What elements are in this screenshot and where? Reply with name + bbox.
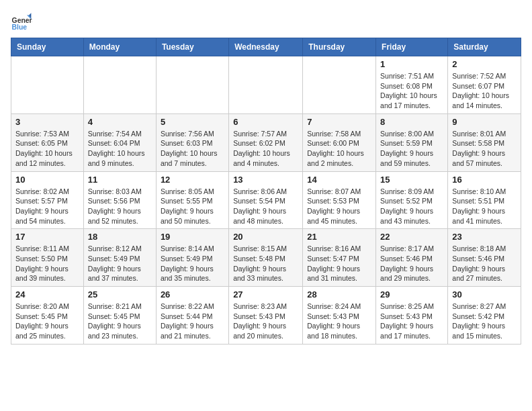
calendar-cell: 18Sunrise: 8:12 AMSunset: 5:49 PMDayligh… <box>83 229 156 287</box>
day-info: Sunrise: 8:14 AMSunset: 5:49 PMDaylight:… <box>161 244 224 283</box>
day-number: 19 <box>161 232 224 242</box>
day-info: Sunrise: 7:58 AMSunset: 6:00 PMDaylight:… <box>307 129 371 169</box>
calendar-cell: 20Sunrise: 8:15 AMSunset: 5:48 PMDayligh… <box>229 229 303 287</box>
svg-text:Blue: Blue <box>12 24 28 31</box>
day-info: Sunrise: 8:27 AMSunset: 5:42 PMDaylight:… <box>452 302 517 341</box>
calendar-cell <box>11 56 84 114</box>
calendar-week-row: 17Sunrise: 8:11 AMSunset: 5:50 PMDayligh… <box>11 229 521 287</box>
calendar-cell: 21Sunrise: 8:16 AMSunset: 5:47 PMDayligh… <box>303 229 376 287</box>
day-number: 15 <box>380 175 443 185</box>
calendar-cell: 5Sunrise: 7:56 AMSunset: 6:03 PMDaylight… <box>156 113 228 171</box>
calendar-cell: 19Sunrise: 8:14 AMSunset: 5:49 PMDayligh… <box>156 229 228 287</box>
day-number: 2 <box>452 59 517 69</box>
calendar-cell: 16Sunrise: 8:10 AMSunset: 5:51 PMDayligh… <box>448 171 521 229</box>
day-number: 5 <box>161 117 224 127</box>
calendar-week-row: 10Sunrise: 8:02 AMSunset: 5:57 PMDayligh… <box>11 171 521 229</box>
day-info: Sunrise: 8:11 AMSunset: 5:50 PMDaylight:… <box>15 244 79 283</box>
day-number: 12 <box>161 175 224 185</box>
calendar-cell: 15Sunrise: 8:09 AMSunset: 5:52 PMDayligh… <box>376 171 448 229</box>
day-number: 18 <box>88 232 152 242</box>
day-number: 30 <box>452 289 517 300</box>
calendar-cell: 7Sunrise: 7:58 AMSunset: 6:00 PMDaylight… <box>303 113 376 171</box>
calendar-cell: 25Sunrise: 8:21 AMSunset: 5:45 PMDayligh… <box>83 287 156 345</box>
calendar-cell: 10Sunrise: 8:02 AMSunset: 5:57 PMDayligh… <box>11 171 84 229</box>
calendar-header: SundayMondayTuesdayWednesdayThursdayFrid… <box>11 38 521 56</box>
day-info: Sunrise: 8:23 AMSunset: 5:43 PMDaylight:… <box>233 302 298 341</box>
day-info: Sunrise: 8:05 AMSunset: 5:55 PMDaylight:… <box>161 187 224 226</box>
calendar-cell: 3Sunrise: 7:53 AMSunset: 6:05 PMDaylight… <box>11 113 84 171</box>
calendar-week-row: 24Sunrise: 8:20 AMSunset: 5:45 PMDayligh… <box>11 287 521 345</box>
day-number: 22 <box>380 232 443 242</box>
calendar-week-row: 3Sunrise: 7:53 AMSunset: 6:05 PMDaylight… <box>11 113 521 171</box>
day-info: Sunrise: 8:18 AMSunset: 5:46 PMDaylight:… <box>452 244 517 283</box>
calendar-cell: 24Sunrise: 8:20 AMSunset: 5:45 PMDayligh… <box>11 287 84 345</box>
day-number: 26 <box>161 289 224 300</box>
day-number: 8 <box>380 117 443 127</box>
day-info: Sunrise: 8:10 AMSunset: 5:51 PMDaylight:… <box>452 187 517 226</box>
svg-text:General: General <box>12 17 32 24</box>
calendar-cell: 14Sunrise: 8:07 AMSunset: 5:53 PMDayligh… <box>303 171 376 229</box>
day-number: 6 <box>233 117 298 127</box>
weekday-header: Tuesday <box>156 38 228 56</box>
calendar-cell <box>229 56 303 114</box>
calendar-cell: 17Sunrise: 8:11 AMSunset: 5:50 PMDayligh… <box>11 229 84 287</box>
calendar-week-row: 1Sunrise: 7:51 AMSunset: 6:08 PMDaylight… <box>11 56 521 114</box>
day-number: 9 <box>452 117 517 127</box>
logo-icon: General Blue <box>11 11 32 32</box>
day-info: Sunrise: 7:57 AMSunset: 6:02 PMDaylight:… <box>233 129 298 169</box>
calendar-cell: 8Sunrise: 8:00 AMSunset: 5:59 PMDaylight… <box>376 113 448 171</box>
day-info: Sunrise: 7:51 AMSunset: 6:08 PMDaylight:… <box>380 71 443 111</box>
calendar-cell <box>303 56 376 114</box>
day-info: Sunrise: 8:22 AMSunset: 5:44 PMDaylight:… <box>161 302 224 341</box>
calendar-cell: 27Sunrise: 8:23 AMSunset: 5:43 PMDayligh… <box>229 287 303 345</box>
calendar-cell: 1Sunrise: 7:51 AMSunset: 6:08 PMDaylight… <box>376 56 448 114</box>
day-info: Sunrise: 7:53 AMSunset: 6:05 PMDaylight:… <box>15 129 79 169</box>
day-number: 16 <box>452 175 517 185</box>
weekday-header: Friday <box>376 38 448 56</box>
weekday-header: Sunday <box>11 38 84 56</box>
day-number: 1 <box>380 59 443 69</box>
day-info: Sunrise: 8:02 AMSunset: 5:57 PMDaylight:… <box>15 187 79 226</box>
day-info: Sunrise: 8:17 AMSunset: 5:46 PMDaylight:… <box>380 244 443 283</box>
weekday-row: SundayMondayTuesdayWednesdayThursdayFrid… <box>11 38 521 56</box>
weekday-header: Wednesday <box>229 38 303 56</box>
day-info: Sunrise: 8:20 AMSunset: 5:45 PMDaylight:… <box>15 302 79 341</box>
day-info: Sunrise: 8:24 AMSunset: 5:43 PMDaylight:… <box>307 302 371 341</box>
day-number: 4 <box>88 117 152 127</box>
day-number: 10 <box>15 175 79 185</box>
logo: General Blue <box>11 11 32 32</box>
day-info: Sunrise: 8:16 AMSunset: 5:47 PMDaylight:… <box>307 244 371 283</box>
day-info: Sunrise: 8:25 AMSunset: 5:43 PMDaylight:… <box>380 302 443 341</box>
day-info: Sunrise: 8:01 AMSunset: 5:58 PMDaylight:… <box>452 129 517 169</box>
day-number: 27 <box>233 289 298 300</box>
day-number: 3 <box>15 117 79 127</box>
calendar-cell <box>83 56 156 114</box>
weekday-header: Monday <box>83 38 156 56</box>
day-number: 28 <box>307 289 371 300</box>
day-info: Sunrise: 8:09 AMSunset: 5:52 PMDaylight:… <box>380 187 443 226</box>
weekday-header: Saturday <box>448 38 521 56</box>
day-info: Sunrise: 7:56 AMSunset: 6:03 PMDaylight:… <box>161 129 224 169</box>
weekday-header: Thursday <box>303 38 376 56</box>
calendar-cell: 26Sunrise: 8:22 AMSunset: 5:44 PMDayligh… <box>156 287 228 345</box>
calendar-cell: 22Sunrise: 8:17 AMSunset: 5:46 PMDayligh… <box>376 229 448 287</box>
day-info: Sunrise: 8:06 AMSunset: 5:54 PMDaylight:… <box>233 187 298 226</box>
calendar-cell: 13Sunrise: 8:06 AMSunset: 5:54 PMDayligh… <box>229 171 303 229</box>
day-info: Sunrise: 8:00 AMSunset: 5:59 PMDaylight:… <box>380 129 443 169</box>
calendar-cell: 23Sunrise: 8:18 AMSunset: 5:46 PMDayligh… <box>448 229 521 287</box>
day-info: Sunrise: 8:15 AMSunset: 5:48 PMDaylight:… <box>233 244 298 283</box>
day-number: 21 <box>307 232 371 242</box>
calendar-cell: 29Sunrise: 8:25 AMSunset: 5:43 PMDayligh… <box>376 287 448 345</box>
day-info: Sunrise: 8:21 AMSunset: 5:45 PMDaylight:… <box>88 302 152 341</box>
day-number: 25 <box>88 289 152 300</box>
calendar-cell: 6Sunrise: 7:57 AMSunset: 6:02 PMDaylight… <box>229 113 303 171</box>
calendar-cell: 9Sunrise: 8:01 AMSunset: 5:58 PMDaylight… <box>448 113 521 171</box>
day-info: Sunrise: 8:07 AMSunset: 5:53 PMDaylight:… <box>307 187 371 226</box>
calendar-cell: 11Sunrise: 8:03 AMSunset: 5:56 PMDayligh… <box>83 171 156 229</box>
day-number: 24 <box>15 289 79 300</box>
day-number: 29 <box>380 289 443 300</box>
day-number: 11 <box>88 175 152 185</box>
day-info: Sunrise: 7:54 AMSunset: 6:04 PMDaylight:… <box>88 129 152 169</box>
calendar-cell: 4Sunrise: 7:54 AMSunset: 6:04 PMDaylight… <box>83 113 156 171</box>
calendar-table: SundayMondayTuesdayWednesdayThursdayFrid… <box>11 38 521 345</box>
